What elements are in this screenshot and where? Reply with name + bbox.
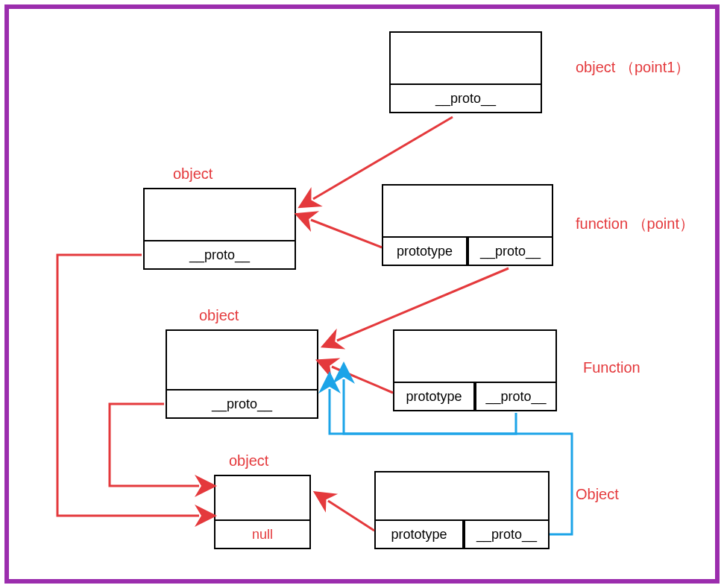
proto-text: __proto__	[212, 396, 272, 412]
label-object2: object	[199, 307, 239, 324]
box-object2-proto: __proto__	[166, 389, 318, 419]
box-point1-proto: __proto__	[389, 83, 542, 113]
label-object1: object	[173, 165, 213, 183]
label-object-ctor: Object	[576, 486, 619, 503]
prototype-text: prototype	[391, 527, 447, 543]
arrow-function-prototype-to-object2	[332, 367, 393, 393]
box-object-ctor-proto: __proto__	[464, 519, 550, 549]
box-object1-proto: __proto__	[143, 240, 296, 270]
label-point: function （point）	[576, 214, 694, 234]
box-object3-null: null	[214, 519, 311, 549]
null-text: null	[252, 527, 273, 543]
box-point-proto: __proto__	[468, 236, 553, 266]
arrow-objectctor-prototype-to-object3	[328, 501, 374, 531]
box-object-ctor-prototype: prototype	[374, 519, 464, 549]
label-point1: object （point1）	[576, 57, 690, 78]
arrow-point-prototype-to-object1	[311, 220, 382, 247]
diagram-canvas: __proto__ object （point1） object __proto…	[9, 9, 715, 579]
prototype-text: prototype	[406, 389, 462, 405]
prototype-text: prototype	[397, 244, 453, 259]
label-object3: object	[229, 452, 268, 470]
box-function-proto: __proto__	[475, 382, 557, 411]
diagram-frame: __proto__ object （point1） object __proto…	[4, 4, 720, 584]
proto-text: __proto__	[476, 527, 537, 543]
proto-text: __proto__	[435, 91, 496, 107]
box-function-prototype: prototype	[393, 382, 475, 411]
proto-text: __proto__	[480, 244, 541, 259]
proto-text: __proto__	[485, 389, 546, 405]
proto-text: __proto__	[189, 247, 250, 263]
box-point-prototype: prototype	[382, 236, 468, 266]
label-function: Function	[583, 359, 640, 376]
